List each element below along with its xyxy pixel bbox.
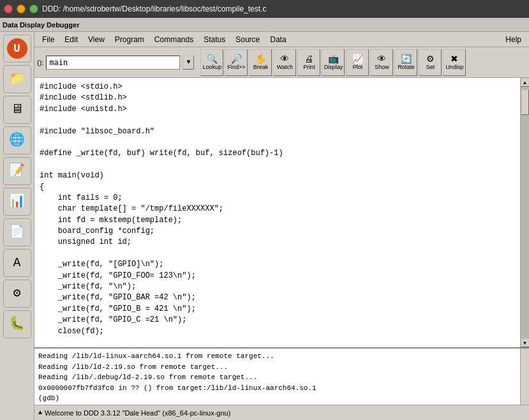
print-icon: 🖨	[304, 54, 313, 63]
window-title: DDD: /home/sdrobertw/Desktop/libraries/l…	[42, 4, 525, 13]
sidebar-icon-browser[interactable]: 🌐	[3, 126, 31, 154]
toolbar-plot-button[interactable]: 📈 Plot	[346, 49, 369, 76]
func-section: (): ▼	[37, 56, 194, 70]
terminal-icon: 🖥	[11, 103, 24, 116]
set-label: Set	[426, 64, 435, 70]
menu-bar: File Edit View Program Commands Status S…	[34, 32, 529, 47]
func-label: ():	[37, 59, 43, 66]
toolbar-watch-button[interactable]: 👁 Watch	[273, 49, 296, 76]
status-arrow-icon: ▲	[38, 409, 42, 416]
sidebar-icon-files[interactable]: 📁	[3, 65, 31, 93]
func-dropdown[interactable]: ▼	[183, 56, 194, 70]
scroll-thumb[interactable]	[521, 89, 529, 115]
window-title-bar: DDD: /home/sdrobertw/Desktop/libraries/l…	[0, 0, 529, 18]
scroll-up-arrow[interactable]: ▲	[521, 78, 530, 87]
sidebar-icon-documents[interactable]: 📄	[3, 218, 31, 246]
minimize-button[interactable]	[17, 4, 26, 13]
menu-help[interactable]: Help	[500, 34, 526, 45]
rotate-label: Rotate	[398, 64, 415, 70]
code-area: #include <stdio.h> #include <stdlib.h> #…	[34, 78, 529, 347]
status-text: Welcome to DDD 3.3.12 "Dale Head" (x86_6…	[45, 409, 230, 417]
toolbar: (): ▼ 🔍 Lookup 🔎 Find>> ✋ Break 👁 Watch …	[34, 47, 529, 78]
close-button[interactable]	[4, 4, 13, 13]
browser-icon: 🌐	[9, 134, 25, 147]
menu-data[interactable]: Data	[265, 34, 291, 45]
toolbar-lookup-button[interactable]: 🔍 Lookup	[200, 49, 223, 76]
toolbar-break-button[interactable]: ✋ Break	[249, 49, 272, 76]
status-bar: ▲ Welcome to DDD 3.3.12 "Dale Head" (x86…	[34, 405, 529, 420]
toolbar-show-button[interactable]: 👁 Show	[370, 49, 393, 76]
files-icon: 📁	[9, 73, 25, 86]
menu-status[interactable]: Status	[198, 34, 230, 45]
sidebar-icon-terminal[interactable]: 🖥	[3, 96, 31, 124]
console-content[interactable]: Reading /lib/ld-linux-aarch64.so.1 from …	[34, 349, 520, 405]
set-icon: ⚙	[426, 54, 435, 63]
toolbar-display-button[interactable]: 📺 Display	[322, 49, 345, 76]
menu-file[interactable]: File	[37, 34, 59, 45]
toolbar-print-button[interactable]: 🖨 Print	[297, 49, 320, 76]
menu-view[interactable]: View	[83, 34, 110, 45]
break-icon: ✋	[255, 54, 266, 63]
sidebar-icon-spreadsheet[interactable]: 📊	[3, 188, 31, 216]
left-sidebar: U 📁 🖥 🌐 📝 📊 📄 A ⚙ 🐛	[0, 32, 34, 420]
console-scrollbar[interactable]	[520, 349, 529, 405]
code-scrollbar[interactable]: ▲ ▼	[520, 78, 529, 347]
main-area: File Edit View Program Commands Status S…	[34, 32, 529, 420]
bug-icon: 🐛	[9, 318, 25, 331]
toolbar-rotate-button[interactable]: 🔄 Rotate	[394, 49, 417, 76]
app-title: Data Display Debugger	[3, 21, 79, 29]
console-area: Reading /lib/ld-linux-aarch64.so.1 from …	[34, 347, 529, 405]
menu-commands[interactable]: Commands	[149, 34, 198, 45]
show-label: Show	[375, 64, 389, 70]
lookup-label: Lookup	[203, 64, 222, 70]
fonts-icon: A	[13, 257, 20, 269]
undisp-icon: ✖	[451, 54, 458, 63]
func-input[interactable]	[46, 56, 180, 70]
sidebar-icon-ubuntu[interactable]: U	[3, 34, 31, 63]
show-icon: 👁	[377, 54, 386, 63]
documents-icon: 📄	[9, 226, 25, 239]
sidebar-icon-texteditor[interactable]: 📝	[3, 157, 31, 185]
lookup-icon: 🔍	[207, 54, 218, 63]
sidebar-icon-settings[interactable]: ⚙	[3, 280, 31, 308]
sidebar-icon-bug[interactable]: 🐛	[3, 310, 31, 338]
watch-icon: 👁	[280, 54, 289, 63]
watch-label: Watch	[277, 64, 293, 70]
menu-edit[interactable]: Edit	[59, 34, 83, 45]
code-content[interactable]: #include <stdio.h> #include <stdlib.h> #…	[34, 78, 520, 347]
spreadsheet-icon: 📊	[9, 195, 25, 208]
toolbar-set-button[interactable]: ⚙ Set	[419, 49, 442, 76]
undisp-label: Undisp	[445, 64, 463, 70]
toolbar-undisp-button[interactable]: ✖ Undisp	[443, 49, 466, 76]
settings-icon: ⚙	[13, 287, 20, 300]
texteditor-icon: 📝	[9, 165, 25, 177]
find-icon: 🔎	[231, 54, 242, 63]
print-label: Print	[303, 64, 315, 70]
break-label: Break	[253, 64, 269, 70]
scroll-track[interactable]	[521, 87, 530, 338]
rotate-icon: 🔄	[401, 54, 412, 63]
sidebar-icon-fonts[interactable]: A	[3, 249, 31, 277]
plot-icon: 📈	[352, 54, 363, 63]
menu-source[interactable]: Source	[230, 34, 265, 45]
plot-label: Plot	[353, 64, 363, 70]
maximize-button[interactable]	[29, 4, 38, 13]
display-label: Display	[324, 64, 343, 70]
app-title-bar: Data Display Debugger	[0, 18, 529, 32]
toolbar-find-button[interactable]: 🔎 Find>>	[225, 49, 248, 76]
ubuntu-icon: U	[7, 38, 27, 59]
find-label: Find>>	[227, 64, 245, 70]
menu-program[interactable]: Program	[110, 34, 149, 45]
scroll-down-arrow[interactable]: ▼	[521, 338, 530, 347]
display-icon: 📺	[328, 54, 339, 63]
